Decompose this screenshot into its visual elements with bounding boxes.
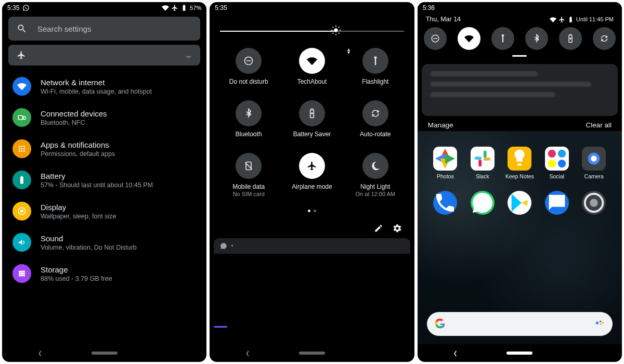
qs-tile-bt[interactable]: Bluetooth [219, 100, 278, 138]
app-label: Slack [476, 173, 489, 179]
manage-button[interactable]: Manage [428, 121, 453, 129]
app-photos[interactable]: Photos [433, 147, 457, 179]
wifi-icon [299, 48, 325, 74]
settings-title: Apps & notifications [41, 140, 115, 149]
nav-home-pill[interactable] [299, 352, 325, 355]
shade-date: Thu, Mar 14 [426, 16, 461, 23]
settings-subtitle: Wallpaper, sleep, font size [41, 213, 116, 220]
night-icon [362, 153, 388, 179]
settings-item-sound[interactable]: SoundVolume, vibration, Do Not Disturb [2, 227, 206, 258]
app-label: Photos [437, 173, 454, 179]
quick-settings-grid: Do not disturb▴▾TechAboutFlashlightBluet… [210, 48, 414, 198]
settings-item-display[interactable]: DisplayWallpaper, sleep, font size [2, 196, 206, 227]
settings-subtitle: 57% - Should last until about 10:45 PM [41, 181, 153, 189]
gear-icon[interactable] [393, 224, 402, 233]
google-icon [434, 318, 446, 330]
notification-peek[interactable] [214, 238, 410, 254]
settings-subtitle: Volume, vibration, Do Not Disturb [41, 244, 137, 251]
nav-home-pill[interactable] [92, 352, 118, 355]
nav-bar: ‹ [418, 344, 622, 362]
chevron-down-icon: ⌄ [184, 51, 194, 59]
nav-home-pill[interactable] [506, 352, 532, 355]
shade-header: Thu, Mar 14 Until 11:45 PM [418, 14, 622, 27]
app-label: Social [549, 173, 564, 179]
settings-subtitle: Bluetooth, NFC [41, 119, 107, 126]
qs-tile-label: Mobile dataNo SIM card [232, 183, 265, 198]
settings-subtitle: Permissions, default apps [41, 150, 115, 158]
qs-tile-batt[interactable]: Battery Saver [282, 100, 342, 138]
nav-back-button[interactable]: ‹ [454, 345, 457, 360]
whatsapp-icon [22, 4, 30, 11]
notification-actions: Manage Clear all [418, 116, 622, 131]
search-icon [17, 23, 27, 34]
mini-qs-batt[interactable] [559, 27, 582, 50]
mini-qs-dnd[interactable] [424, 27, 447, 50]
app-social[interactable]: Social [545, 147, 569, 179]
svg-point-16 [558, 160, 566, 167]
rotate-icon [362, 100, 388, 126]
settings-item-connected[interactable]: Connected devicesBluetooth, NFC [2, 102, 206, 133]
google-search-bar[interactable] [427, 312, 613, 336]
brightness-slider[interactable] [220, 26, 404, 36]
mini-qs-rotate[interactable] [593, 27, 616, 50]
svg-line-5 [332, 27, 333, 28]
home-screen[interactable]: PhotosSlackKeep NotesSocialCamera [418, 131, 622, 344]
svg-point-15 [548, 160, 556, 167]
airplane-mode-banner[interactable]: ⌄ [8, 45, 200, 66]
shade-until: Until 11:45 PM [576, 16, 614, 22]
settings-item-network[interactable]: Network & internetWi-Fi, mobile, data us… [2, 71, 206, 102]
mini-qs-bt[interactable] [525, 27, 548, 50]
mini-qs-flash[interactable] [491, 27, 514, 50]
qs-tile-night[interactable]: Night LightOn at 12:00 AM [346, 153, 405, 198]
edit-icon[interactable] [374, 224, 383, 233]
settings-item-apps[interactable]: Apps & notificationsPermissions, default… [2, 133, 206, 164]
display-icon [12, 202, 31, 220]
qs-tile-label: Do not disturb [229, 78, 268, 86]
status-battery-pct: 57% [190, 5, 201, 11]
nav-back-button[interactable]: ‹ [38, 345, 42, 360]
qs-tile-flash[interactable]: Flashlight [346, 48, 405, 86]
app-keep[interactable]: Keep Notes [505, 147, 534, 179]
airplane-icon [299, 153, 325, 179]
app-messages[interactable] [545, 191, 569, 215]
qs-tile-rotate[interactable]: Auto-rotate [346, 100, 405, 138]
shade-handle[interactable] [512, 55, 527, 57]
search-placeholder: Search settings [37, 24, 91, 33]
assistant-icon[interactable] [594, 317, 605, 331]
wifi-icon [550, 16, 556, 23]
status-time: 5:36 [423, 4, 435, 11]
app-slack[interactable]: Slack [471, 147, 495, 179]
airplane-icon [558, 16, 565, 23]
app-whatsapp[interactable] [471, 191, 495, 215]
panel-quick-settings: 5:35 Do not disturb▴▾TechAboutFlashlight… [210, 2, 414, 362]
apps-icon [12, 139, 31, 158]
notification-card[interactable] [422, 64, 618, 116]
svg-point-0 [334, 29, 338, 32]
qs-tile-label: Auto-rotate [360, 131, 391, 138]
search-settings-input[interactable]: Search settings [8, 17, 200, 41]
qs-tile-airplane[interactable]: Airplane mode [282, 153, 342, 198]
app-settings[interactable] [582, 191, 606, 215]
app-play[interactable] [508, 191, 531, 215]
app-phone[interactable] [433, 191, 457, 215]
sim-off-icon [236, 153, 262, 179]
qs-tile-wifi[interactable]: ▴▾TechAbout [282, 48, 342, 86]
app-camera[interactable]: Camera [582, 147, 606, 179]
settings-title: Sound [41, 234, 137, 243]
qs-tile-mobile[interactable]: Mobile dataNo SIM card [219, 153, 278, 198]
mini-quick-settings-row [418, 27, 622, 52]
svg-line-6 [339, 33, 340, 34]
nav-back-button[interactable]: ‹ [246, 345, 249, 360]
svg-rect-12 [478, 160, 482, 166]
qs-tile-dnd[interactable]: Do not disturb [219, 48, 278, 86]
svg-point-13 [548, 150, 556, 158]
clear-all-button[interactable]: Clear all [586, 121, 612, 129]
mini-qs-wifi[interactable] [458, 27, 480, 50]
svg-point-22 [602, 322, 604, 324]
settings-item-battery[interactable]: Battery57% - Should last until about 10:… [2, 164, 206, 196]
settings-title: Network & internet [41, 78, 152, 87]
wifi-icon [162, 4, 169, 11]
settings-title: Display [41, 203, 116, 212]
settings-item-storage[interactable]: Storage88% used - 3.79 GB free [2, 258, 206, 289]
brightness-thumb-icon[interactable] [331, 25, 341, 37]
